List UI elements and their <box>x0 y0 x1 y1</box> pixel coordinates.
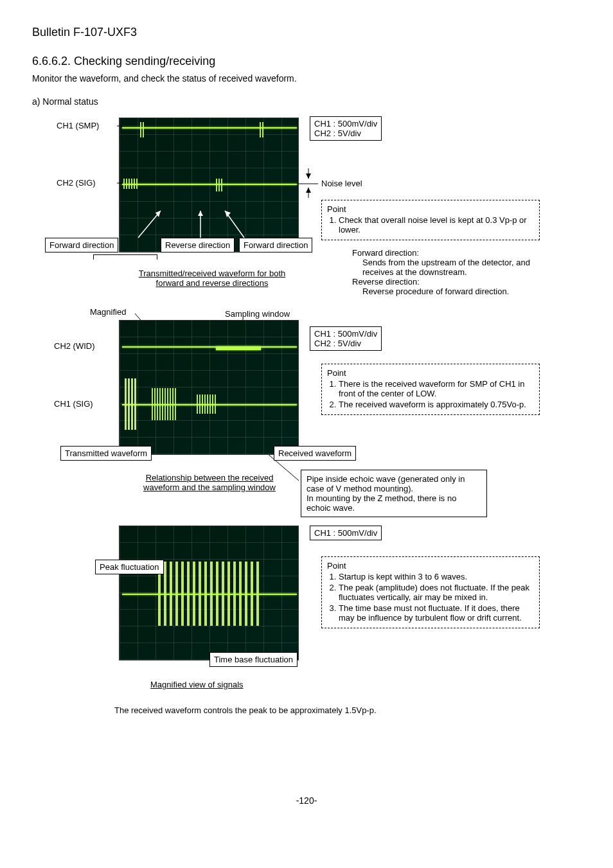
rev-dir-label: Reverse direction: <box>352 277 532 287</box>
section-title-text: Checking sending/receiving <box>74 55 215 67</box>
point-title: Point <box>327 204 534 214</box>
scope2-div-box: CH1 : 500mV/div CH2 : 5V/div <box>310 326 382 351</box>
scope1-point-1: Check that overall noise level is kept a… <box>339 215 534 235</box>
fwd-dir-2: Forward direction <box>239 238 312 252</box>
section-heading: 6.6.6.2. Checking sending/receiving <box>32 55 581 68</box>
fwd-dir-label: Forward direction: <box>352 248 532 258</box>
echoic-text1: Pipe inside echoic wave (generated only … <box>306 474 481 493</box>
magnified-label: Magnified <box>90 307 126 317</box>
scope-2 <box>119 320 299 455</box>
page-number: -120- <box>32 795 581 806</box>
normal-status-label: a) Normal status <box>32 96 581 107</box>
scope-1 <box>119 118 299 252</box>
scope1-caption: Transmitted/received waveform for both f… <box>135 269 289 288</box>
scope-3 <box>119 526 299 660</box>
scope1-ch2-label: CH2 (SIG) <box>57 178 96 188</box>
peak-fluct-label: Peak fluctuation <box>95 560 164 574</box>
scope2-point-2: The received waveform is approximately 0… <box>339 400 534 409</box>
scope2-point-1: There is the received waveform for SMP o… <box>339 379 534 398</box>
scope1-point-box: Point Check that overall noise level is … <box>321 200 540 240</box>
rev-dir: Reverse direction <box>161 238 235 252</box>
time-base-label: Time base fluctuation <box>209 652 298 667</box>
scope2-ch2-label: CH2 (WID) <box>54 341 95 351</box>
scope2-caption: Relationship between the received wavefo… <box>132 473 287 492</box>
fwd-dir-text: Sends from the upstream of the detector,… <box>352 258 532 277</box>
scope1-ch1-div: CH1 : 500mV/div <box>314 119 377 128</box>
footer-note: The received waveform controls the peak … <box>114 705 377 715</box>
scope3-div-box: CH1 : 500mV/div <box>310 526 382 540</box>
scope1-div-box: CH1 : 500mV/div CH2 : 5V/div <box>310 116 382 141</box>
noise-level-label: Noise level <box>321 179 362 188</box>
bulletin-header: Bulletin F-107-UXF3 <box>32 26 581 39</box>
diagram-container: CH1 (SMP) CH2 (SIG) CH1 : 500mV/div CH2 … <box>32 114 581 789</box>
scope1-ch1-label: CH1 (SMP) <box>57 121 99 130</box>
point-title-2: Point <box>327 368 534 378</box>
svg-marker-4 <box>306 173 311 179</box>
scope3-caption: Magnified view of signals <box>150 680 244 689</box>
scope2-ch1-label: CH1 (SIG) <box>54 399 93 409</box>
echoic-note: Pipe inside echoic wave (generated only … <box>301 470 487 517</box>
section-number: 6.6.6.2. <box>32 55 71 67</box>
scope2-ch1-div: CH1 : 500mV/div <box>314 329 377 339</box>
scope3-point-3: The time base must not fluctuate. If it … <box>339 603 534 623</box>
echoic-text2: In mounting by the Z method, there is no… <box>306 493 481 513</box>
point-title-3: Point <box>327 561 534 571</box>
fwd-dir-1: Forward direction <box>45 238 118 252</box>
scope3-point-1: Startup is kept within 3 to 6 waves. <box>339 572 534 581</box>
scope1-ch2-div: CH2 : 5V/div <box>314 128 377 138</box>
received-label: Received waveform <box>274 446 356 461</box>
scope2-point-box: Point There is the received waveform for… <box>321 364 540 415</box>
direction-desc: Forward direction: Sends from the upstre… <box>352 248 532 296</box>
scope2-ch2-div: CH2 : 5V/div <box>314 339 377 348</box>
scope3-point-box: Point Startup is kept within 3 to 6 wave… <box>321 556 540 628</box>
section-intro: Monitor the waveform, and check the stat… <box>32 73 581 84</box>
rev-dir-text: Reverse procedure of forward direction. <box>352 287 532 296</box>
svg-marker-6 <box>306 188 311 193</box>
sampling-window-label: Sampling window <box>225 309 290 319</box>
scope3-point-2: The peak (amplitude) does not fluctuate.… <box>339 583 534 602</box>
transmitted-label: Transmitted waveform <box>60 446 152 461</box>
